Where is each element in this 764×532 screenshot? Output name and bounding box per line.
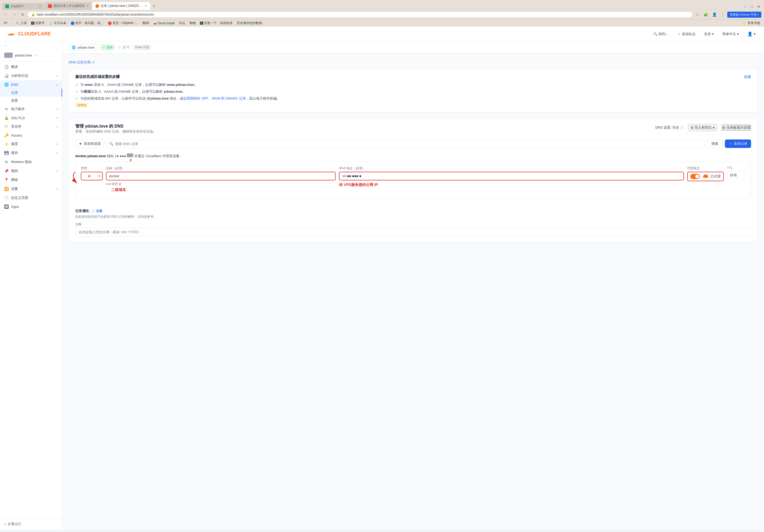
tab-wcdz-close[interactable]: ✕ — [86, 4, 89, 8]
bookmark-baijiahao[interactable]: 🅱 百家号 — [30, 20, 46, 26]
domain-star-button[interactable]: ☆ 星号 — [118, 45, 130, 50]
bookmark-translate[interactable]: 翻译 — [142, 20, 150, 26]
search-goto-button[interactable]: 🔍 转到… — [651, 31, 671, 38]
add-filter-button[interactable]: ▼ 添加筛选器 — [75, 139, 104, 148]
attrs-doc-link[interactable]: 📄 文档 — [91, 209, 102, 214]
sidebar-back-button[interactable]: ← — [0, 42, 62, 49]
bookmark-forum[interactable]: 论坛 — [178, 20, 186, 26]
dns-settings-info-icon[interactable]: ⓘ — [680, 125, 683, 130]
sidebar-sub-dns-settings[interactable]: 设置 — [0, 97, 62, 104]
sidebar-item-workers[interactable]: ⚙ Workers 路由 — [0, 157, 62, 166]
dns-chevron-icon: ▴ — [57, 83, 58, 86]
sidebar-item-label-security: 安全性 — [11, 124, 21, 129]
chevron-down-icon-lang: ▾ — [737, 32, 739, 36]
bookmark-shop[interactable]: 购物 — [188, 20, 197, 26]
sidebar-item-ssl[interactable]: 🔒 SSL/TLS ▾ — [0, 113, 62, 122]
sidebar-sub-dns-records[interactable]: 记录 — [0, 89, 62, 97]
custom-pages-icon: 📄 — [4, 196, 8, 200]
chatgpt-favicon — [5, 4, 9, 8]
search-dns-input[interactable] — [106, 140, 705, 148]
info-card-hide-button[interactable]: 隐藏 — [744, 75, 751, 79]
spf-link[interactable]: 设置限制性 SPF、DKIM 和 DMARC 记录 — [183, 96, 246, 100]
name-input[interactable] — [106, 172, 336, 180]
close-window-button[interactable]: ✕ — [756, 3, 762, 10]
cache-icon: 💾 — [4, 151, 8, 155]
sidebar-item-speed[interactable]: ⚡ 速度 ▾ — [0, 139, 62, 148]
bookmark-all[interactable]: 📁 所有书签 — [742, 20, 761, 26]
add-record-button[interactable]: ＋ 添加记录 — [725, 139, 751, 148]
sidebar-item-apps[interactable]: 🔲 Apps — [0, 202, 62, 211]
security-icon: 🛡 — [4, 124, 8, 129]
language-button[interactable]: 简体中文 ▾ — [720, 31, 741, 38]
type-input[interactable] — [82, 172, 97, 180]
profile-button[interactable]: 👤 — [711, 11, 718, 18]
sidebar-item-label-speed: 速度 — [11, 142, 18, 146]
address-text: dash.cloudflare.com/3355415ff140f230664d… — [37, 13, 154, 16]
ipv4-field: IPv4 地址（必需） 你 VPS服务器的公网 IP — [339, 166, 684, 187]
support-button[interactable]: 支持 ▾ — [702, 31, 716, 38]
tab-chatgpt[interactable]: ChatGPT ✕ — [2, 3, 44, 10]
refresh-button[interactable]: ↻ — [20, 11, 26, 18]
tab-chatgpt-close[interactable]: ✕ — [39, 5, 41, 8]
account-button[interactable]: 👤 ▾ — [745, 30, 758, 38]
back-button[interactable]: ← — [3, 11, 10, 18]
browser-toolbar: ← → ↻ 🔒 dash.cloudflare.com/3355415ff140… — [0, 10, 764, 19]
bookmark-pt[interactable]: PT — [3, 21, 9, 26]
extension-button[interactable]: 🧩 — [702, 11, 709, 18]
bookmark-toutiao[interactable]: 📰 今日头条 — [48, 20, 67, 26]
ssl-icon: 🔒 — [4, 116, 8, 120]
dashboard-settings-button[interactable]: ⚙ 仪表板显示设置 — [722, 125, 751, 130]
tab-cloudflare[interactable]: 记录 | ydxian.love | 1945251y… ✕ — [92, 2, 150, 10]
sidebar-domain[interactable]: ydxian.love ··· — [0, 49, 62, 61]
chrome-update-button[interactable]: 有新版 Chrome 可用 » — [727, 12, 761, 18]
import-export-button[interactable]: ⬇ 导入和导出 ▾ — [688, 124, 717, 131]
sidebar-item-access[interactable]: 🔑 Access — [0, 131, 62, 139]
sidebar-item-analytics[interactable]: 📊 分析和日志 ▾ — [0, 71, 62, 80]
sidebar-item-network[interactable]: 📍 网络 — [0, 175, 62, 184]
sidebar-item-security[interactable]: 🛡 安全性 ▾ — [0, 122, 62, 131]
bookmark-baidu[interactable]: 🅱 百度一下，你就知道 — [199, 20, 234, 26]
ipv4-input[interactable] — [339, 172, 684, 180]
maximize-button[interactable]: □ — [749, 3, 754, 10]
traffic-icon: 🔀 — [4, 187, 8, 191]
new-tab-button[interactable]: + — [151, 3, 157, 10]
sidebar-collapse-button[interactable]: « 折叠边栏 — [4, 522, 58, 526]
ttl-input[interactable] — [727, 171, 745, 179]
tab-cf-close[interactable]: ✕ — [145, 4, 147, 8]
sidebar-item-label-custom-pages: 自定义页面 — [11, 196, 28, 200]
comment-group: 注释 — [75, 222, 751, 237]
sidebar: ← ydxian.love ··· 📋 概述 📊 分析和日志 — [0, 42, 62, 530]
red-arrow-type — [70, 170, 78, 186]
search-button[interactable]: 搜索 — [707, 139, 723, 148]
domain-name: ydxian.love — [78, 46, 95, 49]
comment-input[interactable] — [75, 228, 751, 237]
sidebar-item-traffic[interactable]: 🔀 流量 ▾ — [0, 184, 62, 193]
bookmark-storage[interactable]: 安全储存您的数据… — [236, 20, 266, 26]
forward-button[interactable]: → — [11, 11, 18, 18]
type-dropdown-button[interactable]: ▾ — [97, 172, 102, 180]
sidebar-item-label-apps: Apps — [11, 205, 19, 209]
sidebar-item-custom-pages[interactable]: 📄 自定义页面 — [0, 193, 62, 202]
sidebar-item-rules[interactable]: 📌 规则 ▾ — [0, 166, 62, 175]
tab-wcdz[interactable]: 我的文章 | 什么值得买 ✕ — [45, 2, 92, 10]
bookmark-cloud-install[interactable]: ☁ Cloud Install — [152, 21, 176, 26]
content-area: DNS 记录文档 ↗ 建议的完成区域设置的步骤 隐藏 ✓ 为 www 添加 A、… — [62, 54, 764, 254]
sidebar-item-cache[interactable]: 💾 缓存 ▾ — [0, 148, 62, 157]
traffic-chevron-icon: ▾ — [57, 188, 58, 190]
add-site-button[interactable]: ＋ 添加站点 — [675, 31, 698, 38]
app-body: ← ydxian.love ··· 📋 概述 📊 分析和日志 — [0, 42, 764, 530]
sidebar-item-dns[interactable]: 🌐 DNS ▴ — [0, 80, 62, 89]
domain-menu-icon[interactable]: ··· — [34, 53, 38, 58]
star-button[interactable]: ☆ — [694, 11, 701, 18]
bookmark-zhihu[interactable]: 🔵 知乎 - 有问题，就… — [70, 20, 104, 26]
proxy-toggle[interactable] — [690, 174, 700, 179]
dns-docs-link[interactable]: DNS 记录文档 ↗ — [69, 60, 758, 65]
chevron-down-icon: ▾ — [712, 32, 714, 36]
sidebar-item-overview[interactable]: 📋 概述 — [0, 62, 62, 71]
sidebar-item-email[interactable]: ✉ 电子邮件 ▾ — [0, 104, 62, 113]
address-bar[interactable]: 🔒 dash.cloudflare.com/3355415ff140f23066… — [28, 11, 693, 18]
bookmark-chiphell[interactable]: 🔴 首页 - Chiphell -… — [107, 20, 139, 26]
menu-button[interactable]: ⋮ — [719, 11, 726, 18]
bookmark-tools[interactable]: 🔧 工具 — [15, 20, 28, 26]
minimize-button[interactable]: − — [743, 3, 748, 10]
